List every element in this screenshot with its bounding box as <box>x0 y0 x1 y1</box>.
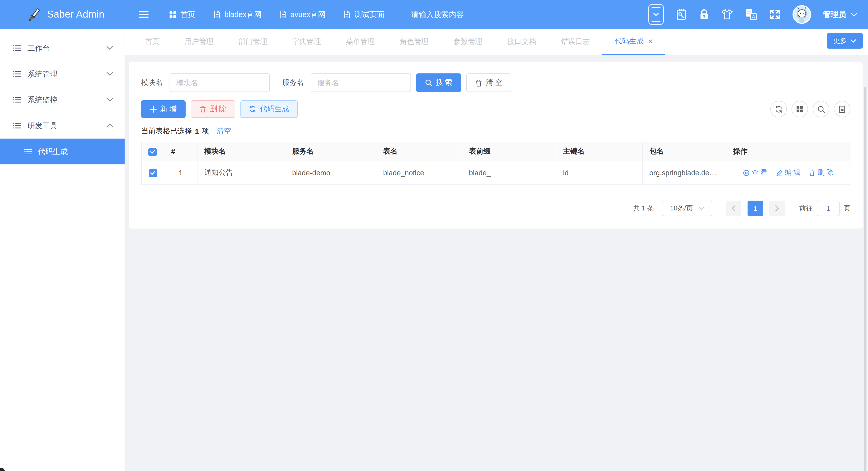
select-all-checkbox[interactable] <box>148 148 157 156</box>
debug-tool-icon[interactable] <box>676 8 687 21</box>
logo: Saber Admin <box>0 0 125 29</box>
top-menu-bladex[interactable]: bladex官网 <box>213 9 261 20</box>
translate-icon[interactable]: 中 A <box>745 8 757 21</box>
tab-close-icon[interactable]: ✕ <box>648 38 653 45</box>
code-generate-button[interactable]: 代码生成 <box>240 100 298 118</box>
theme-icon[interactable] <box>721 9 733 20</box>
app-title: Saber Admin <box>47 9 104 20</box>
search-toggle-icon[interactable] <box>813 101 829 117</box>
top-menu: 首页 bladex官网 avuex官网 <box>169 9 384 20</box>
main-area: 首页 用户管理 部门管理 字典管理 菜单管理 角色管理 参数管理 接口文档 错误… <box>125 29 868 471</box>
page-size-select[interactable]: 10条/页 <box>662 200 712 216</box>
sidebar-item-label: 研发工具 <box>27 121 101 130</box>
tab-dept-mgmt[interactable]: 部门管理 <box>226 29 280 55</box>
sidebar-item-workbench[interactable]: 工作台 <box>0 35 125 61</box>
tab-code-generation[interactable]: 代码生成 ✕ <box>602 29 665 55</box>
lock-icon[interactable] <box>699 8 709 21</box>
app-root: Saber Admin 首页 <box>0 0 868 471</box>
grid-icon <box>169 10 177 18</box>
content-panel: 模块名 服务名 搜 索 清 空 <box>129 62 863 228</box>
sidebar-item-system-mgmt[interactable]: 系统管理 <box>0 61 125 87</box>
cell-prefix: blade_ <box>462 161 556 184</box>
document-icon <box>213 10 221 19</box>
sidebar-item-system-monitor[interactable]: 系统监控 <box>0 87 125 113</box>
chevron-down-icon <box>106 72 113 76</box>
user-name-label: 管理员 <box>823 9 846 20</box>
sidebar-item-label: 系统管理 <box>27 69 101 79</box>
goto-page-input[interactable] <box>817 200 840 216</box>
refresh-icon[interactable] <box>770 101 787 117</box>
delete-button[interactable]: 删 除 <box>191 100 235 118</box>
sidebar-collapse-icon[interactable] <box>137 8 150 21</box>
add-button[interactable]: 新 增 <box>141 100 186 118</box>
trash-icon <box>809 169 815 176</box>
top-menu-home[interactable]: 首页 <box>169 9 195 20</box>
fullscreen-icon[interactable] <box>769 9 781 20</box>
list-menu-icon <box>12 121 22 130</box>
table-view-icon[interactable] <box>834 101 850 117</box>
top-menu-avuex[interactable]: avuex官网 <box>279 9 325 20</box>
document-icon <box>279 10 287 19</box>
page-number-current[interactable]: 1 <box>748 200 763 216</box>
tab-error-log[interactable]: 错误日志 <box>549 29 602 55</box>
tab-home[interactable]: 首页 <box>133 29 172 55</box>
chevron-down-icon <box>699 207 704 210</box>
column-settings-icon[interactable] <box>792 101 808 117</box>
global-search <box>411 10 499 19</box>
edit-link[interactable]: 编 辑 <box>776 168 801 177</box>
selection-clear-link[interactable]: 清空 <box>217 127 231 136</box>
user-menu[interactable]: 管理员 <box>823 9 858 20</box>
filter-form: 模块名 服务名 搜 索 清 空 <box>141 73 850 92</box>
col-header-actions: 操作 <box>726 142 850 161</box>
clear-button[interactable]: 清 空 <box>466 73 511 92</box>
collapse-preview-icon[interactable] <box>648 4 664 25</box>
module-name-label: 模块名 <box>141 78 163 87</box>
data-table: # 模块名 服务名 表名 表前缀 主键名 包名 操作 <box>141 142 850 185</box>
search-button[interactable]: 搜 索 <box>416 73 461 92</box>
chevron-right-icon <box>775 205 779 212</box>
module-name-input[interactable] <box>169 73 270 92</box>
sidebar: 工作台 系统管理 系统监控 研发工具 <box>0 29 125 471</box>
tab-user-mgmt[interactable]: 用户管理 <box>172 29 226 55</box>
chevron-down-icon <box>106 98 113 102</box>
delete-link[interactable]: 删 除 <box>809 168 834 177</box>
tab-param-mgmt[interactable]: 参数管理 <box>441 29 495 55</box>
trash-icon <box>475 79 482 87</box>
sidebar-item-code-generation[interactable]: 代码生成 <box>0 138 125 164</box>
table-header-row: # 模块名 服务名 表名 表前缀 主键名 包名 操作 <box>142 142 850 161</box>
next-page-button[interactable] <box>769 200 785 216</box>
tab-role-mgmt[interactable]: 角色管理 <box>387 29 441 55</box>
cell-pk: id <box>556 161 642 184</box>
top-header: Saber Admin 首页 <box>0 0 868 29</box>
table-row[interactable]: 1 通知公告 blade-demo blade_notice blade_ id… <box>142 161 850 184</box>
more-tabs-button[interactable]: 更多 <box>827 33 863 49</box>
user-avatar[interactable] <box>793 5 811 24</box>
top-menu-label: avuex官网 <box>290 9 325 20</box>
edit-icon <box>776 169 782 176</box>
selection-info: 当前表格已选择 1 项 清空 <box>141 127 850 136</box>
tab-menu-mgmt[interactable]: 菜单管理 <box>334 29 387 55</box>
cell-service: blade-demo <box>285 161 376 184</box>
sword-logo-icon <box>28 7 42 22</box>
chevron-up-icon <box>106 124 113 128</box>
goto-page-suffix: 页 <box>844 204 850 213</box>
sidebar-item-dev-tools[interactable]: 研发工具 <box>0 113 125 138</box>
sidebar-item-label: 系统监控 <box>27 95 101 105</box>
selection-prefix: 当前表格已选择 <box>141 127 192 136</box>
global-search-input[interactable] <box>411 10 499 19</box>
service-name-label: 服务名 <box>282 78 304 87</box>
view-link[interactable]: 查 看 <box>743 168 768 177</box>
col-header-module: 模块名 <box>197 142 285 161</box>
tab-dict-mgmt[interactable]: 字典管理 <box>280 29 334 55</box>
list-menu-icon <box>12 69 22 78</box>
top-menu-test[interactable]: 测试页面 <box>343 9 384 20</box>
chevron-left-icon <box>732 205 736 212</box>
scrollbar-thumb[interactable] <box>864 87 866 471</box>
top-menu-label: 测试页面 <box>354 9 384 20</box>
tab-api-docs[interactable]: 接口文档 <box>495 29 549 55</box>
tab-bar: 首页 用户管理 部门管理 字典管理 菜单管理 角色管理 参数管理 接口文档 错误… <box>125 29 868 55</box>
row-checkbox[interactable] <box>149 169 157 177</box>
prev-page-button[interactable] <box>726 200 741 216</box>
cell-index: 1 <box>164 161 197 184</box>
service-name-input[interactable] <box>311 73 411 92</box>
